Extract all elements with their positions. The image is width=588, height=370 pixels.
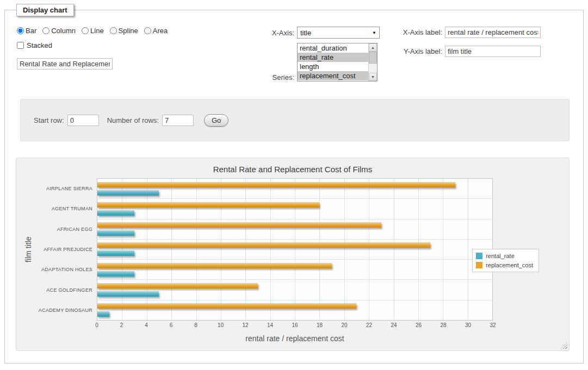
x-tick-label: 14 xyxy=(267,322,273,328)
category-label: AFFAIR PREJUDICE xyxy=(34,239,97,259)
number-of-rows-input[interactable] xyxy=(162,115,194,126)
stacked-checkbox-row[interactable]: Stacked xyxy=(17,41,263,49)
x-tick-label: 0 xyxy=(95,322,98,328)
x-axis-label-input[interactable] xyxy=(445,27,541,38)
radio-area[interactable] xyxy=(144,27,151,34)
bar-rental_rate[interactable] xyxy=(97,311,109,317)
x-tick-label: 6 xyxy=(170,322,173,328)
y-axis-label-label: Y-Axis label: xyxy=(400,47,442,55)
x-tick-label: 2 xyxy=(120,322,123,328)
series-options: rental_durationrental_ratelengthreplacem… xyxy=(298,43,368,81)
scroll-up-icon[interactable]: ▲ xyxy=(369,43,377,52)
series-label: Series: xyxy=(263,73,294,81)
bar-replacement_cost[interactable] xyxy=(97,283,258,289)
start-row-label: Start row: xyxy=(34,116,64,124)
number-of-rows-label: Number of rows: xyxy=(107,116,159,124)
chart-type-radios: Bar Column Line Spline Area xyxy=(17,27,263,35)
radio-option-line[interactable]: Line xyxy=(82,27,104,35)
x-tick-label: 20 xyxy=(341,322,347,328)
chart-title-input[interactable] xyxy=(17,58,113,70)
bar-group xyxy=(97,179,492,199)
bar-rental_rate[interactable] xyxy=(97,250,134,256)
radio-label: Spline xyxy=(119,27,138,35)
bar-group xyxy=(97,280,492,300)
x-axis-label-label: X-Axis label: xyxy=(400,28,442,36)
dropdown-arrow-icon: ▼ xyxy=(372,30,376,35)
x-tick-label: 30 xyxy=(465,322,471,328)
radio-label: Area xyxy=(153,27,168,35)
start-row-input[interactable] xyxy=(67,115,99,126)
bar-rental_rate[interactable] xyxy=(97,271,134,277)
radio-option-area[interactable]: Area xyxy=(144,27,168,35)
y-axis-label-row: Y-Axis label: xyxy=(400,46,569,57)
series-scrollbar[interactable]: ▲ ▼ xyxy=(368,43,377,81)
x-axis-selected-value: title xyxy=(300,29,311,37)
stacked-checkbox[interactable] xyxy=(17,42,24,49)
bar-rental_rate[interactable] xyxy=(97,210,134,216)
radio-option-bar[interactable]: Bar xyxy=(17,27,36,35)
y-axis-label-input[interactable] xyxy=(445,46,541,57)
category-label: AFRICAN EGG xyxy=(34,219,97,239)
radio-spline[interactable] xyxy=(110,27,117,34)
bar-replacement_cost[interactable] xyxy=(97,303,356,309)
radio-option-spline[interactable]: Spline xyxy=(110,27,138,35)
scroll-down-icon[interactable]: ▼ xyxy=(369,73,377,81)
bar-group xyxy=(97,300,492,320)
chart-panel: Rental Rate and Replacement Cost of Film… xyxy=(16,158,570,351)
bar-group xyxy=(97,260,492,280)
x-axis-label-row: X-Axis label: xyxy=(400,27,569,38)
radio-label: Column xyxy=(51,27,76,35)
x-axis-select[interactable]: title ▼ xyxy=(297,27,380,39)
series-row: Series: rental_durationrental_ratelength… xyxy=(263,43,400,81)
x-tick-label: 22 xyxy=(366,322,372,328)
axis-labels-column: X-Axis label: Y-Axis label: xyxy=(400,27,569,81)
series-option[interactable]: rental_rate xyxy=(298,53,368,62)
radio-line[interactable] xyxy=(82,27,89,34)
x-tick-label: 32 xyxy=(490,322,496,328)
chart-options-column: Bar Column Line Spline Area xyxy=(17,27,263,81)
bar-group xyxy=(97,240,492,260)
controls-section: Bar Column Line Spline Area xyxy=(5,10,583,81)
display-chart-fieldset: Display chart Bar Column Line Spline xyxy=(4,10,584,363)
radio-label: Bar xyxy=(26,27,36,35)
category-label: ACE GOLDFINGER xyxy=(34,280,97,300)
legend-item: rental_rate xyxy=(476,253,533,259)
series-option[interactable]: replacement_cost xyxy=(298,71,368,80)
radio-column[interactable] xyxy=(42,27,49,34)
bar-rental_rate[interactable] xyxy=(97,190,159,196)
rows-panel: Start row: Number of rows: Go xyxy=(20,99,570,141)
bar-rental_rate[interactable] xyxy=(97,291,159,297)
resize-handle-icon[interactable] xyxy=(561,342,567,349)
radio-label: Line xyxy=(90,27,104,35)
plot-column: 02468101214161820222426283032 rental rat… xyxy=(97,178,493,343)
series-option[interactable]: length xyxy=(298,62,368,71)
plot-area xyxy=(97,178,493,321)
bar-replacement_cost[interactable] xyxy=(97,182,455,187)
chart-title: Rental Rate and Replacement Cost of Film… xyxy=(16,165,569,174)
bar-group xyxy=(97,199,492,219)
category-label: AGENT TRUMAN xyxy=(34,198,97,218)
legend-swatch-icon xyxy=(476,262,482,268)
category-label: ACADEMY DINOSAUR xyxy=(34,300,97,321)
legend-label: replacement_cost xyxy=(486,262,533,268)
radio-bar[interactable] xyxy=(17,27,24,34)
chart-legend: rental_ratereplacement_cost xyxy=(472,249,539,272)
series-listbox[interactable]: rental_durationrental_ratelengthreplacem… xyxy=(297,43,377,81)
category-label: AIRPLANE SIERRA xyxy=(34,178,97,198)
bar-replacement_cost[interactable] xyxy=(97,222,381,228)
series-option[interactable]: rental_duration xyxy=(298,43,368,53)
x-axis-label: X-Axis: xyxy=(263,29,294,37)
x-axis-ticks: 02468101214161820222426283032 xyxy=(97,322,493,330)
go-button[interactable]: Go xyxy=(204,114,228,127)
chart-y-axis-title: film title xyxy=(23,178,34,321)
bar-replacement_cost[interactable] xyxy=(97,202,319,208)
x-tick-label: 4 xyxy=(145,322,148,328)
scrollbar-track[interactable] xyxy=(369,52,377,73)
scrollbar-thumb[interactable] xyxy=(369,52,377,64)
bar-replacement_cost[interactable] xyxy=(97,263,332,268)
bar-rental_rate[interactable] xyxy=(97,230,134,236)
radio-option-column[interactable]: Column xyxy=(42,27,76,35)
legend-label: rental_rate xyxy=(486,253,515,259)
panel-title: Display chart xyxy=(16,4,74,16)
bar-replacement_cost[interactable] xyxy=(97,242,430,248)
